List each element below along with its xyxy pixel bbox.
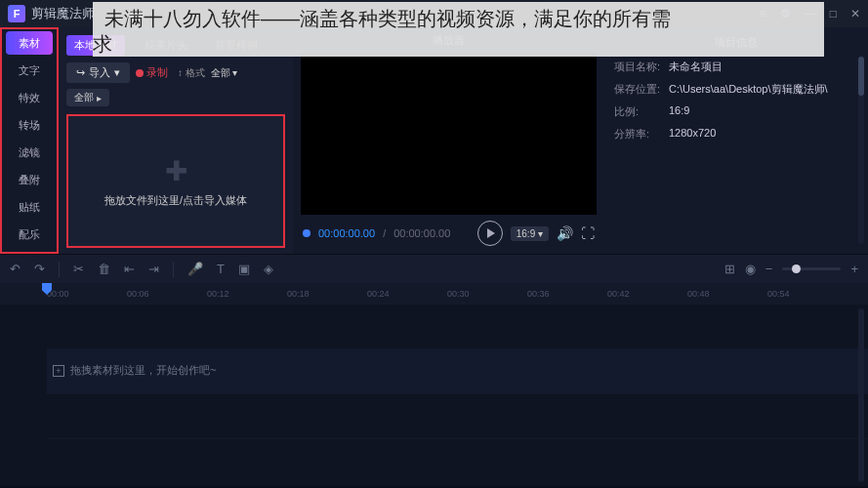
record-button[interactable]: 录制 bbox=[136, 65, 168, 80]
app-title: 剪辑魔法师 bbox=[31, 5, 95, 22]
zoom-out-icon[interactable]: − bbox=[765, 262, 773, 276]
material-panel: 本地素材 精美片头 背景样例 ↪ 导入 ▾ 录制 ↕ 格式 全部 ▾ 全部 ▸ bbox=[59, 27, 293, 254]
record-label: 录制 bbox=[146, 65, 168, 80]
fullscreen-icon[interactable]: ⛶ bbox=[581, 225, 595, 241]
info-row-ratio: 比例: 16:9 bbox=[614, 104, 858, 119]
ruler-mark: 00:24 bbox=[367, 289, 390, 299]
volume-icon[interactable]: 🔊 bbox=[557, 225, 573, 241]
ruler-mark: 00:18 bbox=[287, 289, 310, 299]
player-panel: 播放器 00:00:00.00 / 00:00:00.00 16:9 ▾ 🔊 ⛶ bbox=[293, 27, 604, 254]
left-nav: 素材 文字 特效 转场 滤镜 叠附 贴纸 配乐 bbox=[0, 27, 59, 254]
snap-icon[interactable]: ⊞ bbox=[724, 262, 735, 276]
nav-material[interactable]: 素材 bbox=[6, 31, 53, 55]
plus-icon: ✚ bbox=[165, 155, 187, 187]
filter-all-label: 全部 bbox=[74, 91, 94, 104]
project-info-panel: 项目信息 项目名称: 未命名项目 保存位置: C:\Users\aa\Deskt… bbox=[604, 27, 868, 254]
timeline-ruler[interactable]: 00:00 00:06 00:12 00:18 00:24 00:30 00:3… bbox=[0, 283, 868, 305]
overlay-banner: 未满十八勿入软件——涵盖各种类型的视频资源，满足你的所有需 求 bbox=[93, 2, 824, 57]
chevron-down-icon: ▾ bbox=[232, 67, 237, 78]
delete-icon[interactable]: 🗑 bbox=[98, 262, 110, 276]
ratio-value: 16:9 bbox=[669, 104, 858, 119]
project-name-value: 未命名项目 bbox=[669, 60, 858, 74]
track-placeholder: + 拖拽素材到这里，开始创作吧~ bbox=[53, 363, 216, 378]
format-label: ↕ 格式 bbox=[178, 66, 205, 80]
chevron-down-icon: ▾ bbox=[114, 66, 120, 79]
format-value: 全部 bbox=[211, 66, 230, 80]
dropzone-text: 拖放文件到这里/点击导入媒体 bbox=[104, 193, 247, 208]
nav-filter[interactable]: 滤镜 bbox=[2, 139, 57, 166]
info-row-name: 项目名称: 未命名项目 bbox=[614, 60, 858, 74]
aspect-ratio-selector[interactable]: 16:9 ▾ bbox=[511, 226, 549, 241]
text-icon[interactable]: T bbox=[217, 262, 225, 276]
info-label: 项目名称: bbox=[614, 60, 669, 74]
progress-handle[interactable] bbox=[303, 229, 310, 237]
tool-icon[interactable]: ◈ bbox=[264, 262, 273, 276]
close-button[interactable]: ✕ bbox=[850, 7, 860, 20]
timeline-toolbar: ↶ ↷ ✂ 🗑 ⇤ ⇥ 🎤 T ▣ ◈ ⊞ ◉ − + bbox=[0, 254, 868, 283]
maximize-button[interactable]: □ bbox=[830, 7, 837, 20]
filter-all-chip[interactable]: 全部 ▸ bbox=[66, 89, 109, 106]
ruler-mark: 00:30 bbox=[447, 289, 470, 299]
play-button[interactable] bbox=[477, 221, 503, 246]
info-label: 保存位置: bbox=[614, 82, 669, 97]
nav-effects[interactable]: 特效 bbox=[2, 84, 57, 111]
mic-icon[interactable]: 🎤 bbox=[187, 262, 203, 276]
nav-sticker[interactable]: 贴纸 bbox=[2, 193, 57, 221]
timeline-tracks[interactable]: + 拖拽素材到这里，开始创作吧~ bbox=[0, 305, 868, 486]
zoom-in-icon[interactable]: + bbox=[850, 262, 858, 276]
split-left-icon[interactable]: ⇤ bbox=[124, 262, 135, 276]
track-empty bbox=[47, 394, 868, 439]
record-dot-icon bbox=[136, 69, 144, 77]
video-track[interactable]: + 拖拽素材到这里，开始创作吧~ bbox=[47, 349, 868, 394]
ruler-mark: 00:42 bbox=[607, 289, 630, 299]
nav-text[interactable]: 文字 bbox=[2, 57, 57, 84]
zoom-handle[interactable] bbox=[792, 264, 801, 273]
format-dropdown[interactable]: 全部 ▾ bbox=[211, 66, 237, 80]
app-logo: F bbox=[8, 5, 25, 22]
ruler-mark: 00:54 bbox=[767, 289, 790, 299]
media-dropzone[interactable]: ✚ 拖放文件到这里/点击导入媒体 bbox=[66, 114, 285, 248]
info-scrollbar[interactable] bbox=[858, 57, 864, 244]
overlay-text-1: 未满十八勿入软件——涵盖各种类型的视频资源，满足你的所有需 bbox=[104, 8, 671, 29]
scrollbar-thumb[interactable] bbox=[858, 57, 864, 96]
ruler-mark: 00:12 bbox=[207, 289, 229, 299]
crop-icon[interactable]: ▣ bbox=[238, 262, 250, 276]
time-separator: / bbox=[383, 227, 386, 239]
main-area: 素材 文字 特效 转场 滤镜 叠附 贴纸 配乐 本地素材 精美片头 背景样例 ↪… bbox=[0, 27, 868, 254]
divider bbox=[173, 262, 174, 277]
video-preview[interactable] bbox=[301, 52, 597, 215]
marker-icon[interactable]: ◉ bbox=[745, 262, 756, 276]
resolution-value: 1280x720 bbox=[669, 127, 858, 142]
import-button[interactable]: ↪ 导入 ▾ bbox=[66, 62, 130, 83]
duration: 00:00:00.00 bbox=[393, 227, 450, 239]
ruler-mark: 00:06 bbox=[127, 289, 149, 299]
nav-transition[interactable]: 转场 bbox=[2, 111, 57, 139]
zoom-slider[interactable] bbox=[782, 267, 841, 270]
ruler-mark: 00:36 bbox=[527, 289, 550, 299]
track-spacer bbox=[47, 305, 868, 349]
play-icon bbox=[487, 228, 495, 238]
track-placeholder-text: 拖拽素材到这里，开始创作吧~ bbox=[70, 363, 216, 378]
redo-icon[interactable]: ↷ bbox=[34, 262, 45, 276]
split-right-icon[interactable]: ⇥ bbox=[148, 262, 159, 276]
nav-music[interactable]: 配乐 bbox=[2, 221, 57, 248]
playhead[interactable] bbox=[47, 283, 48, 305]
chevron-right-icon: ▸ bbox=[97, 93, 102, 103]
overlay-text-2: 求 bbox=[93, 31, 112, 57]
info-label: 分辨率: bbox=[614, 127, 669, 142]
timeline-toolbar-right: ⊞ ◉ − + bbox=[724, 262, 858, 276]
import-arrow-icon: ↪ bbox=[76, 66, 85, 79]
plus-box-icon: + bbox=[53, 365, 64, 377]
ruler-mark: 00:48 bbox=[687, 289, 710, 299]
undo-icon[interactable]: ↶ bbox=[10, 262, 21, 276]
current-time: 00:00:00.00 bbox=[318, 227, 375, 239]
divider bbox=[59, 262, 60, 277]
import-label: 导入 bbox=[89, 65, 110, 80]
filter-row: 全部 ▸ bbox=[66, 89, 285, 106]
info-row-resolution: 分辨率: 1280x720 bbox=[614, 127, 858, 142]
info-row-path: 保存位置: C:\Users\aa\Desktop\剪辑魔法师\ bbox=[614, 82, 858, 97]
timeline-scrollbar[interactable] bbox=[858, 308, 864, 482]
player-controls: 00:00:00.00 / 00:00:00.00 16:9 ▾ 🔊 ⛶ bbox=[301, 217, 597, 250]
nav-overlay[interactable]: 叠附 bbox=[2, 166, 57, 193]
cut-icon[interactable]: ✂ bbox=[73, 262, 84, 276]
